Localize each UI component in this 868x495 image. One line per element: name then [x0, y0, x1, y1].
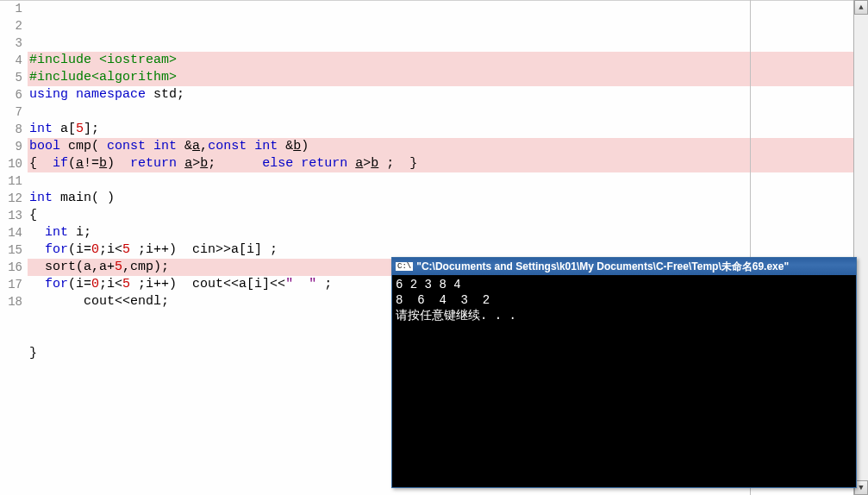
code-token: [146, 87, 153, 102]
code-token: ): [301, 139, 309, 154]
code-token: a: [192, 139, 200, 154]
line-number: 4: [0, 52, 22, 69]
code-token: ,cmp);: [122, 260, 169, 274]
line-number: 8: [0, 121, 22, 138]
code-token: (i=: [68, 242, 91, 257]
code-token: (: [68, 156, 76, 171]
line-number: 12: [0, 190, 22, 207]
code-token: ;: [177, 87, 184, 102]
code-token: int: [29, 122, 53, 136]
line-number: 11: [0, 172, 22, 190]
code-token: [29, 225, 45, 240]
code-line[interactable]: for(i=0;i<5 ;i++) cin>>a[i] ;: [28, 241, 868, 259]
code-token: const: [208, 139, 247, 154]
code-token: }: [29, 346, 37, 360]
line-number: 18: [0, 293, 22, 310]
code-token: b: [99, 156, 107, 171]
code-token: cmp(: [60, 139, 107, 154]
code-token: b: [200, 156, 208, 171]
code-token: (i=: [68, 277, 91, 291]
code-token: ;: [316, 277, 332, 291]
code-token: std: [153, 87, 177, 102]
code-token: #include<algorithm>: [29, 70, 177, 85]
code-token: 5: [76, 122, 84, 136]
line-number: 3: [0, 34, 22, 52]
console-window[interactable]: C:\ "C:\Documents and Settings\k01\My Do…: [391, 257, 857, 488]
line-number: 9: [0, 138, 22, 155]
code-token: ;i++) cout<<a[i]<<: [130, 277, 285, 291]
code-token: 5: [122, 277, 130, 291]
code-line[interactable]: #include<algorithm>: [28, 69, 868, 86]
line-number: 17: [0, 276, 22, 293]
code-line[interactable]: int main( ): [28, 190, 868, 207]
code-token: [29, 242, 45, 257]
scroll-up-button[interactable]: ▲: [854, 0, 868, 15]
code-token: for: [45, 277, 68, 291]
code-token: >: [192, 156, 200, 171]
line-number-gutter: 123456789101112131415161718: [0, 0, 28, 495]
code-token: [347, 156, 355, 171]
line-number: 2: [0, 17, 22, 34]
code-token: {: [29, 208, 37, 222]
line-number: 6: [0, 86, 22, 103]
code-token: main( ): [53, 191, 115, 205]
console-app-icon: C:\: [396, 262, 413, 271]
line-number: 1: [0, 0, 22, 17]
code-line[interactable]: bool cmp( const int &a,const int &b): [28, 138, 868, 155]
code-token: int: [153, 139, 177, 154]
code-token: a: [355, 156, 363, 171]
code-token: >: [363, 156, 371, 171]
code-token: ): [107, 156, 130, 171]
code-token: namespace: [76, 87, 146, 102]
code-token: ;i++) cin>>a[i] ;: [130, 242, 278, 257]
code-token: [247, 139, 254, 154]
code-token: b: [293, 139, 301, 154]
code-token: !=: [84, 156, 99, 171]
code-token: &: [177, 139, 192, 154]
code-line[interactable]: int i;: [28, 224, 868, 241]
code-token: [29, 277, 45, 291]
code-token: if: [53, 156, 68, 171]
code-line[interactable]: {: [28, 207, 868, 224]
code-token: using: [29, 87, 68, 102]
console-title-text: "C:\Documents and Settings\k01\My Docume…: [416, 260, 789, 274]
code-token: <iostream>: [99, 53, 177, 67]
code-token: 0: [91, 277, 99, 291]
code-token: ;i<: [99, 242, 122, 257]
code-token: 5: [115, 260, 122, 274]
code-line[interactable]: [28, 172, 868, 190]
code-token: sort(a,a+: [29, 260, 115, 274]
code-token: [68, 87, 76, 102]
line-number: 10: [0, 155, 22, 172]
code-token: 5: [122, 242, 130, 257]
code-token: [146, 139, 153, 154]
code-token: else: [262, 156, 293, 171]
code-token: 0: [91, 242, 99, 257]
code-token: int: [29, 191, 53, 205]
code-line[interactable]: using namespace std;: [28, 86, 868, 103]
code-line[interactable]: { if(a!=b) return a>b; else return a>b ;…: [28, 155, 868, 172]
code-token: ; }: [378, 156, 417, 171]
line-number: 5: [0, 69, 22, 86]
code-token: " ": [285, 277, 316, 291]
code-token: ;: [208, 156, 262, 171]
code-token: ,: [200, 139, 208, 154]
code-token: cout<<endl;: [29, 294, 169, 309]
console-titlebar[interactable]: C:\ "C:\Documents and Settings\k01\My Do…: [392, 258, 856, 275]
code-token: a: [184, 156, 192, 171]
line-number: 14: [0, 224, 22, 241]
code-token: [91, 53, 99, 67]
line-number: 16: [0, 259, 22, 276]
code-token: [293, 156, 301, 171]
code-token: int: [254, 139, 278, 154]
code-line[interactable]: [28, 103, 868, 121]
code-token: ];: [84, 122, 99, 136]
code-token: [177, 156, 184, 171]
code-token: int: [45, 225, 68, 240]
code-token: #include: [29, 53, 91, 67]
code-token: return: [301, 156, 347, 171]
console-output: 6 2 3 8 4 8 6 4 3 2 请按任意键继续. . .: [392, 275, 856, 325]
code-line[interactable]: #include <iostream>: [28, 52, 868, 69]
code-token: bool: [29, 139, 60, 154]
code-line[interactable]: int a[5];: [28, 121, 868, 138]
